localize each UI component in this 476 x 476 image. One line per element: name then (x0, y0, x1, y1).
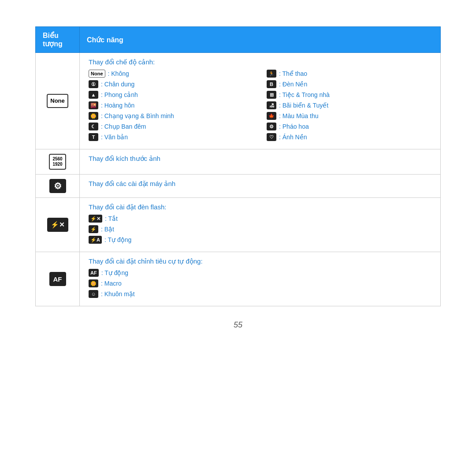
scene-text-label: : Văn bản (101, 134, 128, 141)
main-table: Biểu tượng Chức năng None Thay đổi chế đ… (35, 26, 441, 306)
scene-none-icon: None (89, 70, 105, 78)
list-item: ⚙ : Pháo hoa (267, 123, 431, 130)
scene-dawn-icon: 🌼 (89, 112, 98, 120)
scene-firework-icon: ⚙ (267, 123, 276, 130)
list-item: 🍁 : Màu Mùa thu (267, 112, 431, 120)
scene-landscape-label: : Phong cảnh (101, 91, 138, 98)
scene-party-label: : Tiệc & Trong nhà (279, 91, 330, 98)
scene-landscape-icon: ▲ (89, 91, 98, 99)
scene-beach-label: : Bãi biển & Tuyết (279, 102, 328, 109)
list-item: ▲ : Phong cảnh (89, 91, 253, 99)
af-auto-icon: AF (89, 269, 99, 277)
scene-sunset-icon: 🌇 (89, 101, 98, 109)
func-list-flash: ⚡✕ : Tắt ⚡ : Bật ⚡A : Tự động (89, 215, 431, 244)
func-cell-settings: Thay đổi các cài đặt máy ảnh (80, 175, 441, 198)
list-item: B : Đèn Nền (267, 80, 431, 88)
list-item: ⊞ : Tiệc & Trong nhà (267, 91, 431, 99)
none-icon: None (47, 94, 68, 108)
scene-portrait-icon: ① (89, 80, 98, 88)
flash-on-icon: ⚡ (89, 225, 98, 233)
list-item: ☾ : Chụp Ban đêm (89, 123, 253, 130)
func-title-scene: Thay đổi chế độ cảnh: (89, 58, 431, 66)
func-title-settings: Thay đổi các cài đặt máy ảnh (89, 180, 431, 188)
icon-cell-settings: ⚙ (36, 175, 80, 198)
list-item: None : Không (89, 70, 253, 78)
scene-firework-label: : Pháo hoa (279, 123, 309, 130)
icon-cell-scene: None (36, 53, 80, 149)
af-icon: AF (49, 272, 66, 286)
af-face-icon: ☺ (89, 290, 98, 298)
scene-candle-icon: ♡ (267, 133, 276, 141)
list-item: ⚡A : Tự động (89, 236, 431, 244)
table-row-scene: None Thay đổi chế độ cảnh: None : Không … (36, 53, 441, 149)
table-row-flash: ⚡✕ Thay đổi cài đặt đèn flash: ⚡✕ : Tắt … (36, 198, 441, 252)
flash-on-label: : Bật (101, 226, 114, 233)
scene-backlight-icon: B (267, 80, 276, 88)
func-col-right: 🏃 : Thể thao B : Đèn Nền ⊞ : Tiệc & Tron… (267, 70, 431, 144)
list-item: ☺ : Khuôn mặt (89, 290, 431, 298)
af-macro-icon: 🌼 (89, 279, 98, 287)
func-list-left: None : Không ① : Chân dung ▲ : Phong cản… (89, 70, 253, 141)
col-header-icon: Biểu tượng (36, 27, 80, 53)
func-title-flash: Thay đổi cài đặt đèn flash: (89, 203, 431, 211)
scene-text-icon: T (89, 133, 98, 141)
col-header-func: Chức năng (80, 27, 441, 53)
af-macro-label: : Macro (101, 280, 122, 287)
scene-sport-icon: 🏃 (267, 70, 276, 78)
scene-portrait-label: : Chân dung (101, 81, 134, 88)
func-cell-af: Thay đổi cài đặt chỉnh tiêu cự tự động: … (80, 252, 441, 306)
list-item: 🏃 : Thể thao (267, 70, 431, 78)
icon-cell-flash: ⚡✕ (36, 198, 80, 252)
scene-night-icon: ☾ (89, 123, 98, 130)
scene-night-label: : Chụp Ban đêm (101, 123, 146, 130)
func-title-af: Thay đổi cài đặt chỉnh tiêu cự tự động: (89, 257, 431, 265)
flash-auto-icon: ⚡A (89, 236, 102, 244)
scene-candle-label: : Ánh Nền (279, 134, 307, 141)
flash-off-label: : Tắt (105, 215, 118, 222)
scene-none-label: : Không (108, 70, 129, 77)
func-cell-size: Thay đổi kích thước ảnh (80, 149, 441, 175)
list-item: ♡ : Ánh Nền (267, 133, 431, 141)
func-two-col-scene: None : Không ① : Chân dung ▲ : Phong cản… (89, 70, 431, 144)
flash-icon: ⚡✕ (47, 218, 68, 232)
flash-auto-label: : Tự động (104, 236, 131, 243)
scene-backlight-label: : Đèn Nền (279, 81, 307, 88)
list-item: AF : Tự động (89, 269, 431, 277)
icon-cell-size: 25601920 (36, 149, 80, 175)
table-row-af: AF Thay đổi cài đặt chỉnh tiêu cự tự độn… (36, 252, 441, 306)
scene-sunset-label: : Hoàng hôn (101, 102, 134, 109)
scene-autumn-icon: 🍁 (267, 112, 276, 120)
list-item: ⚡✕ : Tắt (89, 215, 431, 223)
scene-autumn-label: : Màu Mùa thu (279, 112, 319, 119)
list-item: ⚡ : Bật (89, 225, 431, 233)
func-title-size: Thay đổi kích thước ảnh (89, 155, 431, 163)
list-item: 🌼 : Macro (89, 279, 431, 287)
list-item: 🌇 : Hoàng hôn (89, 101, 253, 109)
table-row-size: 25601920 Thay đổi kích thước ảnh (36, 149, 441, 175)
gear-icon: ⚙ (49, 179, 66, 193)
af-auto-label: : Tự động (101, 269, 128, 276)
scene-beach-icon: 🏖 (267, 101, 276, 109)
scene-sport-label: : Thể thao (279, 70, 307, 77)
func-cell-flash: Thay đổi cài đặt đèn flash: ⚡✕ : Tắt ⚡ :… (80, 198, 441, 252)
flash-off-icon: ⚡✕ (89, 215, 102, 223)
resolution-icon: 25601920 (49, 154, 66, 170)
func-col-left: None : Không ① : Chân dung ▲ : Phong cản… (89, 70, 253, 144)
list-item: T : Văn bản (89, 133, 253, 141)
func-list-af: AF : Tự động 🌼 : Macro ☺ : Khuôn mặt (89, 269, 431, 298)
icon-cell-af: AF (36, 252, 80, 306)
table-row-settings: ⚙ Thay đổi các cài đặt máy ảnh (36, 175, 441, 198)
page-number: 55 (234, 320, 242, 330)
scene-party-icon: ⊞ (267, 91, 276, 99)
list-item: 🏖 : Bãi biển & Tuyết (267, 101, 431, 109)
scene-dawn-label: : Chạng vạng & Bình minh (101, 112, 174, 119)
af-face-label: : Khuôn mặt (101, 290, 135, 298)
func-list-right: 🏃 : Thể thao B : Đèn Nền ⊞ : Tiệc & Tron… (267, 70, 431, 141)
list-item: 🌼 : Chạng vạng & Bình minh (89, 112, 253, 120)
list-item: ① : Chân dung (89, 80, 253, 88)
func-cell-scene: Thay đổi chế độ cảnh: None : Không ① : C… (80, 53, 441, 149)
